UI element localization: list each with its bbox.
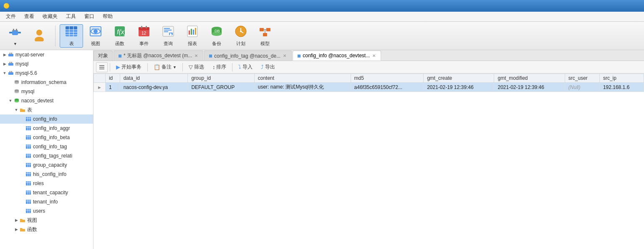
- sidebar-item-config_info_beta[interactable]: config_info_beta: [0, 133, 93, 142]
- sort-button[interactable]: ↕ 排序: [209, 62, 230, 72]
- tab-close-untitled[interactable]: ✕: [194, 53, 199, 58]
- tab-config_info_tag[interactable]: ◼config_info_tag @nacos_de...✕: [204, 51, 292, 61]
- tree-label-config_tags_relati: config_tags_relati: [33, 153, 72, 159]
- sidebar-item-tenant_capacity[interactable]: tenant_capacity: [0, 188, 93, 197]
- tree-icon-information_schema: [13, 79, 20, 86]
- tree-label-his_config_info: his_config_info: [33, 171, 66, 177]
- sidebar-item-mysql_db[interactable]: mysql: [0, 87, 93, 96]
- menu-item-窗口[interactable]: 窗口: [80, 12, 98, 21]
- sidebar-item-config_info[interactable]: config_info: [0, 114, 93, 124]
- col-rownum: [94, 74, 106, 83]
- svg-rect-34: [193, 30, 194, 35]
- sidebar-item-config_info_aggr[interactable]: config_info_aggr: [0, 124, 93, 133]
- backup-button[interactable]: DB 备份: [205, 24, 228, 48]
- table-button[interactable]: 表: [60, 24, 83, 48]
- obj-separator-1: [147, 63, 148, 71]
- export-icon: ⤴: [261, 64, 264, 70]
- hamburger-menu-button[interactable]: [96, 62, 108, 72]
- filter-button[interactable]: ▽ 筛选: [185, 62, 208, 72]
- cell-gmt_modified: 2021-02-19 12:39:46: [494, 83, 565, 92]
- menu-item-查看[interactable]: 查看: [20, 12, 38, 21]
- note-button[interactable]: 📋 备注 ▼: [150, 62, 180, 72]
- menu-item-收藏夹[interactable]: 收藏夹: [38, 12, 62, 21]
- sidebar-item-mysql[interactable]: ▶mysql: [0, 59, 93, 69]
- sidebar-item-users[interactable]: users: [0, 206, 93, 216]
- tree-icon-config_info_beta: [25, 134, 32, 141]
- table-row[interactable]: ►1nacos-config-dev.yaDEFAULT_GROUPuser: …: [94, 83, 644, 92]
- sidebar: ▶mycat-server▶mysql▼mysql-5.6information…: [0, 50, 93, 249]
- svg-rect-4: [16, 29, 17, 31]
- svg-rect-32: [189, 30, 190, 35]
- svg-text:f(x): f(x): [117, 28, 126, 36]
- tab-object[interactable]: 对象: [93, 51, 113, 61]
- connect-arrow: ▼: [13, 42, 17, 46]
- sidebar-item-nacos_devtest[interactable]: ▼nacos_devtest: [0, 96, 93, 105]
- svg-rect-99: [26, 191, 31, 195]
- menu-item-工具[interactable]: 工具: [62, 12, 80, 21]
- sidebar-item-config_info_tag[interactable]: config_info_tag: [0, 142, 93, 151]
- data-table-area[interactable]: id data_id group_id content md5 gmt_crea…: [93, 74, 644, 249]
- view-button[interactable]: 视图: [84, 24, 107, 48]
- sidebar-item-config_tags_relati[interactable]: config_tags_relati: [0, 151, 93, 160]
- event-button[interactable]: 12 事件: [132, 24, 156, 48]
- tab-bar: 对象◼* 无标题 @nacos_devtest (m...✕◼config_in…: [93, 50, 644, 61]
- export-button[interactable]: ⤴ 导出: [257, 62, 279, 72]
- tab-untitled[interactable]: ◼* 无标题 @nacos_devtest (m...✕: [114, 51, 203, 61]
- menu-item-帮助[interactable]: 帮助: [98, 12, 117, 21]
- view-icon: [89, 25, 102, 40]
- col-data-id[interactable]: data_id: [120, 74, 188, 83]
- cell-md5: a46f35c659150cf72...: [351, 83, 424, 92]
- sidebar-item-tables_folder[interactable]: ▼表: [0, 105, 93, 114]
- col-src-ip[interactable]: src_ip: [599, 74, 644, 83]
- tab-label-object: 对象: [98, 52, 108, 59]
- titlebar: 🟡: [0, 0, 644, 12]
- menu-item-文件[interactable]: 文件: [2, 12, 20, 21]
- tree-icon-roles: [25, 180, 32, 187]
- obj-separator-2: [182, 63, 183, 71]
- tab-close-config_info[interactable]: ✕: [371, 53, 376, 58]
- svg-rect-26: [164, 28, 170, 29]
- tree-icon-group_capacity: [25, 162, 32, 168]
- tab-close-config_info_tag[interactable]: ✕: [282, 53, 287, 58]
- note-icon: 📋: [154, 64, 160, 70]
- report-button[interactable]: 报表: [181, 24, 204, 48]
- sidebar-item-funcs_folder[interactable]: ▶函数: [0, 225, 93, 234]
- begin-tx-icon: ▶: [116, 64, 120, 70]
- sidebar-item-mycat-server[interactable]: ▶mycat-server: [0, 50, 93, 59]
- toolbar-group-connection: ▼: [3, 24, 51, 48]
- backup-icon: DB: [210, 25, 223, 40]
- col-id[interactable]: id: [105, 74, 120, 83]
- sidebar-item-tenant_info[interactable]: tenant_info: [0, 197, 93, 206]
- sidebar-item-views_folder[interactable]: ▶视图: [0, 216, 93, 225]
- query-button[interactable]: ▶ 查询: [157, 24, 180, 48]
- import-label: 导入: [242, 64, 253, 71]
- function-button[interactable]: f(x) 函数: [108, 24, 131, 48]
- svg-rect-52: [8, 63, 13, 66]
- col-gmt-create[interactable]: gmt_create: [424, 74, 494, 83]
- sidebar-item-information_schema[interactable]: information_schema: [0, 78, 93, 87]
- connect-button[interactable]: ▼: [3, 24, 27, 48]
- col-content[interactable]: content: [254, 74, 351, 83]
- col-gmt-modified[interactable]: gmt_modified: [494, 74, 565, 83]
- sidebar-item-mysql56[interactable]: ▼mysql-5.6: [0, 69, 93, 78]
- begin-tx-label: 开始事务: [121, 64, 141, 71]
- sidebar-item-group_capacity[interactable]: group_capacity: [0, 160, 93, 170]
- sidebar-item-roles[interactable]: roles: [0, 179, 93, 188]
- svg-rect-103: [26, 200, 31, 204]
- schedule-button[interactable]: 计划: [229, 24, 253, 48]
- user-button[interactable]: [28, 24, 51, 48]
- col-md5[interactable]: md5: [351, 74, 424, 83]
- content-area: 对象◼* 无标题 @nacos_devtest (m...✕◼config_in…: [93, 50, 644, 249]
- tree-label-users: users: [33, 208, 45, 214]
- import-button[interactable]: ⤵ 导入: [235, 62, 256, 72]
- svg-rect-27: [164, 30, 172, 30]
- svg-point-66: [15, 101, 19, 102]
- begin-transaction-button[interactable]: ▶ 开始事务: [112, 62, 145, 72]
- col-src-user[interactable]: src_user: [565, 74, 599, 83]
- model-button[interactable]: 模型: [253, 24, 277, 48]
- model-label: 模型: [260, 41, 270, 47]
- col-group-id[interactable]: group_id: [188, 74, 254, 83]
- tab-config_info[interactable]: ◼config_info @nacos_devtest...✕: [293, 51, 381, 61]
- function-icon: f(x): [113, 25, 126, 40]
- sidebar-item-his_config_info[interactable]: his_config_info: [0, 170, 93, 179]
